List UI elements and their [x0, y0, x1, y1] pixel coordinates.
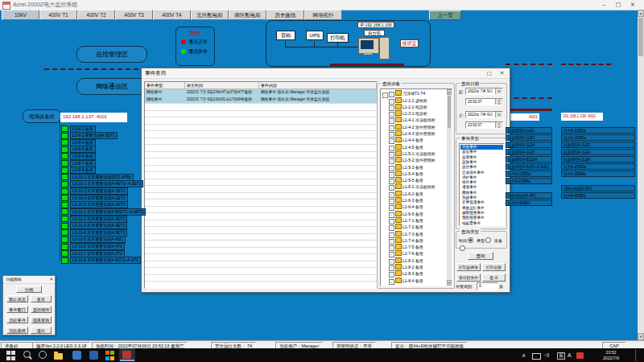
event-table[interactable]: 事件类型发生时间事件内容网络事件2022年 7月 6日23时47分37秒477毫…	[144, 81, 378, 289]
logout-button[interactable]: 注销	[16, 286, 42, 293]
tree-item[interactable]: ✓L1-4-5 备用	[389, 144, 423, 150]
chevron-down-icon[interactable]: ▼	[495, 88, 502, 94]
table-header-事件类型[interactable]: 事件类型	[145, 82, 185, 89]
device-row-right2[interactable]: 应急照明A-2LE2	[561, 142, 635, 148]
tree-item[interactable]: ✓L1-2-1 电容柜	[389, 104, 427, 110]
func-button-事件窗口[interactable]: 事件窗口	[6, 306, 28, 313]
tree-item[interactable]: ✓L1-8-2 备用	[389, 264, 423, 270]
radio-icon[interactable]	[468, 237, 473, 243]
tab-北区配电箱[interactable]: 北区配电箱	[191, 10, 229, 20]
radio-icon[interactable]	[485, 237, 491, 243]
tab-400V T2[interactable]: 400V T2	[77, 10, 115, 20]
query-mode-option[interactable]: 时间	[459, 238, 473, 243]
print-all-button[interactable]: 打印全部	[482, 263, 506, 271]
cortana-icon[interactable]	[38, 350, 49, 360]
canvas-scrollbar[interactable]: ▲ ▼	[638, 10, 644, 340]
tree-item[interactable]: ✓L1-5-4 备用	[389, 171, 423, 177]
time-to-spinner[interactable]: 23:52:07 ▲▼	[465, 121, 503, 129]
table-header-发生时间[interactable]: 发生时间	[185, 82, 259, 89]
device-row-right1[interactable]: 应急照明A-1LE4	[506, 142, 552, 148]
tree-item[interactable]: ✓L1-8-1 备用	[389, 257, 423, 264]
active-app-acrel-icon[interactable]	[119, 348, 135, 361]
scroll-up-icon[interactable]: ▲	[638, 10, 644, 17]
scroll-down-icon[interactable]: ▼	[638, 333, 644, 340]
device-row-right2[interactable]: 应急照明A-2LE3	[561, 149, 635, 155]
device-row-right1[interactable]: 动力A-15/B3a	[506, 171, 552, 177]
func-button-首页[interactable]: 首页	[31, 295, 52, 302]
device-row-left[interactable]: L3-11-8 非常重要负荷A-B1T1~A-1T1	[70, 257, 141, 264]
scrollbar-thumb[interactable]	[638, 18, 643, 56]
file-explorer-icon[interactable]	[54, 352, 65, 362]
tree-item[interactable]: ✓L1-3-1 电容柜	[389, 110, 427, 117]
device-row-right1[interactable]: 应急照明A-4LE3~A-5LE3	[506, 163, 552, 170]
tab-400V T4[interactable]: 400V T4	[153, 10, 191, 20]
chevron-down-icon[interactable]: ▼	[495, 112, 502, 117]
tree-item[interactable]: ✓L1-6-5 备用	[389, 211, 423, 217]
scroll-down-icon[interactable]: ▼	[447, 280, 452, 286]
func-button-退出[interactable]: 退出	[31, 327, 52, 334]
query-button[interactable]: 查询	[468, 252, 493, 260]
tree-item[interactable]: ✓L1-4-4 备用	[389, 137, 423, 143]
show-desktop-divider[interactable]	[635, 349, 636, 361]
tree-scrollbar[interactable]: ▲ ▼	[447, 89, 452, 286]
tree-item[interactable]: ✓L1-1-1 进线柜	[389, 97, 427, 104]
print-selected-button[interactable]: 打印选择项	[456, 263, 481, 271]
tab-400V T1[interactable]: 400V T1	[39, 10, 77, 20]
tab-南区配电箱[interactable]: 南区配电箱	[229, 10, 266, 20]
tree-item[interactable]: ✓L1-5-3 备用	[389, 164, 423, 171]
device-row-right2[interactable]: 动力A-15/B1a	[561, 127, 635, 134]
device-row-right1[interactable]: 消防控制室A-4FC	[506, 192, 552, 199]
func-button-历史事件[interactable]: 历史事件	[6, 316, 28, 323]
time-from-spinner[interactable]: 23:52:07 ▲▼	[465, 98, 503, 105]
date-from-picker[interactable]: 2022年 7月 5日 ▼	[465, 88, 503, 95]
device-row-right1[interactable]: 应急照明A-B1LE4	[506, 156, 552, 162]
tree-item[interactable]: ✓L1-4-2 室外照明柜	[389, 124, 436, 130]
tray-chevron-up-icon[interactable]: ∧	[522, 352, 526, 359]
dialog-titlebar[interactable]: 事件查询 ▢ ✕	[142, 68, 510, 79]
table-header-事件内容[interactable]: 事件内容	[259, 82, 377, 89]
scrollbar-thumb[interactable]	[448, 96, 451, 128]
close-icon[interactable]: ✕	[626, 1, 639, 9]
tree-expander-icon[interactable]: -	[382, 93, 388, 98]
device-row-right1[interactable]: 应急照明A-1LE2	[506, 127, 552, 134]
tree-item[interactable]: ✓L1-7-4 备用	[389, 237, 423, 244]
device-row-right1[interactable]: 动力A-15/B4a	[506, 178, 552, 184]
device-tree[interactable]: -✓万洋城T1-T4✓L1-1-1 进线柜✓L1-2-1 电容柜✓L1-3-1 …	[380, 88, 452, 286]
tree-item[interactable]: ✓L1-5-5 备用	[389, 177, 423, 183]
device-row-right2[interactable]: 应急照明A-2LE4	[561, 156, 635, 162]
tab-10kV[interactable]: 10kV	[2, 10, 39, 20]
search-icon[interactable]	[23, 350, 34, 360]
event-type-list[interactable]: 所有事件遥信事件遥测事件遥脉事件遥控事件定值操作事件保护事件操作事件通道事件网络…	[459, 143, 505, 226]
taskbar-clock[interactable]: 23:52 2022/7/6	[599, 350, 623, 360]
tree-item[interactable]: ✓L1-7-2 备用	[389, 224, 423, 230]
app-icon-blue2[interactable]	[89, 350, 100, 360]
event-type-item[interactable]: 电能量事件	[460, 221, 503, 226]
tree-item[interactable]: ✓L1-7-5 备用	[389, 244, 423, 250]
tree-item[interactable]: ✓L1-6-4 备用	[389, 204, 423, 210]
device-row-right2[interactable]: 动力A-15/B2a	[561, 134, 635, 141]
tree-item[interactable]: ✓L1-5-1 冷冻机组柜	[389, 150, 436, 157]
tab-网络拓扑[interactable]: 网络拓扑	[304, 10, 342, 20]
func-button-默认状态[interactable]: 默认状态	[6, 295, 28, 302]
tree-item[interactable]: ✓L1-6-3 备用	[389, 197, 423, 204]
dialog-maximize-icon[interactable]: ▢	[483, 69, 495, 77]
device-row-right1[interactable]: 应急照明A-1LE5	[506, 149, 552, 155]
office-grid-icon[interactable]	[105, 350, 118, 362]
tree-item[interactable]: ✓L1-8-3 备用	[389, 270, 423, 277]
tree-item[interactable]: ✓L1-5-2 室外照明柜	[389, 157, 436, 163]
device-row-right2[interactable]: 动力A-25/B4a	[561, 171, 635, 177]
checkbox-checked[interactable]: ✓	[389, 279, 394, 285]
device-row-right1[interactable]: 应急照明A-1LE3	[506, 134, 552, 141]
dialog-close-icon[interactable]: ✕	[496, 69, 508, 77]
tree-item[interactable]: ✓L1-4-1 冷冻机组柜	[389, 117, 436, 123]
tree-item[interactable]: ✓L1-4-3 室外照明柜	[389, 130, 436, 137]
tray-network-icon[interactable]	[532, 353, 541, 360]
tray-speaker-icon[interactable]: ◁)	[544, 352, 550, 359]
app-icon-blue[interactable]	[72, 350, 83, 360]
close-icon[interactable]: ✕	[49, 276, 53, 283]
tree-item[interactable]: ✓L1-6-2 备用	[389, 191, 423, 197]
prev-page-button[interactable]: 上一页	[429, 10, 461, 20]
exit-button[interactable]: 退 出	[482, 274, 506, 282]
func-button-遥控操作[interactable]: 遥控操作	[31, 306, 52, 313]
start-button-icon[interactable]	[6, 350, 19, 362]
